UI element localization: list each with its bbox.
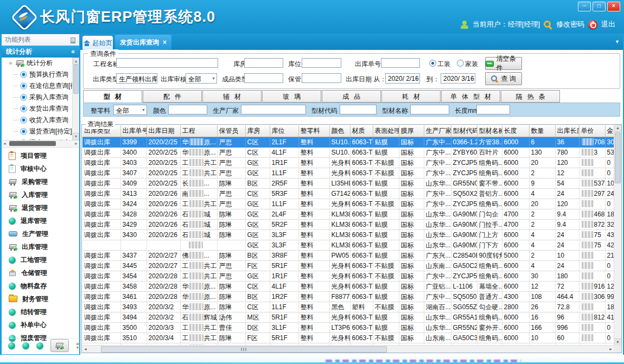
- sidebar-module-item[interactable]: 出库管理: [2, 240, 79, 253]
- column-header[interactable]: 材质: [350, 125, 373, 137]
- table-vertical-scrollbar[interactable]: ▲ ▼: [614, 125, 621, 346]
- out-type-combo[interactable]: 生产领料出库▼: [116, 73, 157, 84]
- circle-icon[interactable]: [8, 342, 15, 349]
- scroll-up-icon[interactable]: ▲: [614, 125, 621, 132]
- table-row[interactable]: 调拨出库34582020/2/28华原...陈琳C区4L1F整料光身料6063-…: [82, 282, 614, 292]
- sidebar-module-item[interactable]: 采购管理: [2, 175, 79, 188]
- material-tab[interactable]: 成品: [322, 90, 381, 103]
- tree-item[interactable]: 采购入库查询: [2, 92, 79, 103]
- table-row[interactable]: 调拨出库34242020/2/26工共工程严思G区1L1F整料光身料6063-T…: [82, 199, 614, 209]
- radio-industrial-label[interactable]: 工装: [437, 60, 450, 69]
- tree-item[interactable]: 发货出库查询: [2, 103, 79, 114]
- order-no-input[interactable]: [381, 58, 420, 68]
- table-row[interactable]: 调拨出库34072020/2/25工共工程严思G区1L1F整料光身料6063-T…: [82, 168, 614, 178]
- column-header[interactable]: 工程: [180, 125, 217, 137]
- table-row[interactable]: 调拨出库34002020/2/25华原...严思C区4L1F整料SU10...6…: [82, 148, 614, 158]
- change-password-link[interactable]: 修改密码: [556, 20, 584, 29]
- table-horizontal-scrollbar[interactable]: ◄ ►: [82, 345, 614, 353]
- column-header[interactable]: 长度: [502, 125, 529, 137]
- material-tab[interactable]: 隔热条: [501, 90, 560, 103]
- column-header[interactable]: 单价: [579, 125, 605, 137]
- sidebar-module-item[interactable]: 财务管理: [2, 292, 79, 305]
- overflow-button[interactable]: »▼: [76, 341, 79, 350]
- table-row[interactable]: 调拨出库34932020/3/2华原...陈琳C区1L1F整料黑色塑料不贴膜国标…: [82, 302, 614, 312]
- date-from-picker[interactable]: 2020/ 2/16▼: [385, 73, 420, 84]
- tab-list-dropdown-icon[interactable]: ▼: [615, 39, 620, 44]
- radio-industrial[interactable]: [429, 60, 436, 67]
- tree-expander-icon[interactable]: [9, 61, 12, 65]
- sidebar-module-item[interactable]: 生产管理: [2, 227, 79, 240]
- tree-item[interactable]: 在途信息查询[待: [2, 80, 79, 92]
- column-header[interactable]: 库房: [245, 125, 270, 137]
- sidebar-group-statistics[interactable]: 统计分析 «: [2, 46, 79, 58]
- sidebar-module-item[interactable]: 审核中心: [2, 162, 79, 175]
- scroll-up-icon[interactable]: ▲: [73, 58, 79, 65]
- clear-conditions-button[interactable]: 清空条件: [485, 57, 522, 70]
- date-to-picker[interactable]: 2020/ 3/16▼: [441, 73, 475, 84]
- dock-cart-button[interactable]: [50, 339, 69, 352]
- table-row[interactable]: 调拨出库35102020/3/4工共工程陈琳F区5R1F整料光身料6063-T5…: [82, 333, 614, 343]
- tree-vertical-scrollbar[interactable]: ▲ ▼: [72, 58, 79, 140]
- column-header[interactable]: 型材名称: [477, 125, 502, 137]
- sidebar-module-item[interactable]: 物料盘存: [2, 279, 79, 292]
- material-tab[interactable]: 单体型材: [441, 90, 500, 103]
- manufacturer-input[interactable]: [241, 105, 306, 114]
- material-tab[interactable]: 玻璃: [262, 90, 321, 103]
- keeper-input[interactable]: [302, 73, 341, 83]
- sidebar-module-item[interactable]: 结转管理: [2, 305, 79, 318]
- scroll-left-icon[interactable]: ◄: [3, 142, 7, 145]
- scroll-right-icon[interactable]: ►: [609, 347, 613, 351]
- scroll-left-icon[interactable]: ◄: [84, 347, 87, 351]
- column-header[interactable]: 生产厂家: [424, 125, 451, 137]
- table-row[interactable]: 调拨出库34372020/2/27佛...陈琳B区3R8F整料PW056063-…: [82, 251, 614, 261]
- column-header[interactable]: 出库日期: [147, 125, 180, 137]
- column-header[interactable]: 数量: [529, 125, 555, 137]
- sidebar-module-item[interactable]: 退库管理: [2, 214, 79, 227]
- column-header[interactable]: 出库长度: [555, 125, 579, 137]
- column-header[interactable]: 型材代码: [451, 125, 477, 137]
- sidebar-module-item[interactable]: 工地管理: [2, 253, 79, 266]
- radio-home[interactable]: [457, 60, 464, 67]
- table-row[interactable]: 调拨出库34282020/2/26石城陈琳G区2L4F整料KLM38176063…: [82, 209, 614, 220]
- whole-part-combo[interactable]: 全部▼: [113, 105, 147, 115]
- collapse-icon[interactable]: «: [71, 46, 75, 58]
- tree-horizontal-scrollbar[interactable]: ◄ ►: [2, 141, 79, 148]
- maximize-button[interactable]: □: [593, 2, 606, 11]
- column-header[interactable]: 膜厚: [399, 125, 424, 137]
- table-row[interactable]: 调拨出库34292020/2/26石城陈琳G区5R2F整料KLM38176063…: [82, 220, 614, 230]
- material-tab[interactable]: 耗材: [381, 90, 441, 103]
- column-header[interactable]: 整零料: [298, 125, 329, 137]
- tab-shipment-outbound-query[interactable]: 发货出库查询 ×: [115, 35, 171, 50]
- profile-name-input[interactable]: [410, 105, 449, 114]
- tree-item[interactable]: 收货入库查询: [2, 114, 79, 126]
- minimize-button[interactable]: ─: [578, 2, 591, 11]
- color-input[interactable]: [168, 105, 207, 114]
- tree-item[interactable]: 退货查询[待定]: [2, 126, 79, 137]
- circle-icon[interactable]: [22, 342, 29, 349]
- sidebar-module-item[interactable]: 入库管理: [2, 188, 79, 201]
- warehouse-input[interactable]: [244, 58, 283, 68]
- column-header[interactable]: 金额: [605, 125, 614, 137]
- product-type-input[interactable]: [244, 73, 283, 83]
- sidebar-module-item[interactable]: 补单中心: [2, 318, 79, 331]
- table-row[interactable]: 调拨出库34942020/3/2石辉城汤伟M区5R1F整料光身料6063-T5贴…: [82, 312, 614, 323]
- table-row[interactable]: 调拨出库34032020/2/25工共工程严思G区1R1F整料光身料6063-T…: [82, 158, 614, 168]
- table-row[interactable]: 调拨出库33992020/2/25华原...严思C区2L1F整料SU10...6…: [82, 137, 614, 148]
- scroll-down-icon[interactable]: ▼: [73, 133, 79, 140]
- tree-item[interactable]: 预算执行查询: [2, 69, 79, 80]
- table-row[interactable]: G区3L3F整料KLM38176063-T5贴膜国标山东华...GA90M09.…: [82, 240, 614, 251]
- profile-code-input[interactable]: [340, 105, 377, 114]
- table-row[interactable]: 调拨出库34612020/2/28华原...陈琳B区1R2F整料F8877FT6…: [82, 292, 614, 302]
- tree-root-statistics[interactable]: 统计分析: [2, 58, 79, 69]
- table-row[interactable]: 调拨出库34452020/2/27工共工程严思F区5R1F整料光身料6063-T…: [82, 261, 614, 271]
- table-row[interactable]: 调拨出库34092020/2/25长...陈琳B区2R5F整料LI35HD606…: [82, 178, 614, 189]
- tab-close-icon[interactable]: ×: [163, 39, 167, 46]
- column-header[interactable]: 颜色: [329, 125, 350, 137]
- material-tab[interactable]: 辅材: [202, 90, 262, 103]
- column-header[interactable]: 出库单号: [120, 125, 147, 137]
- table-row[interactable]: 调拨出库34302020/2/26石城陈琳G区3L3F整料KLM38176063…: [82, 230, 614, 240]
- circle-icon[interactable]: [36, 342, 43, 349]
- table-row[interactable]: 调拨出库34132020/2/26南...严思C区5R3F整料G71422606…: [82, 189, 614, 199]
- table-row[interactable]: 调拨出库34542020/2/28工共工程严思G区1R1F整料光身料6063-T…: [82, 271, 614, 282]
- table-row[interactable]: 调拨出库35002020/3/3工共工程曹佳D区3L1F整料LT3P606063…: [82, 323, 614, 333]
